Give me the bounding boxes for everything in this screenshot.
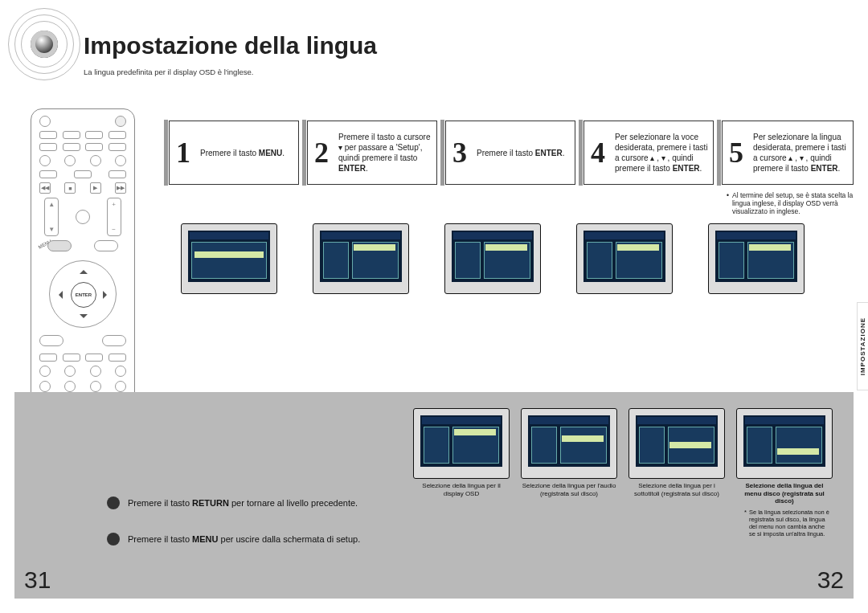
step-number: 1: [176, 136, 190, 170]
caption: Selezione della lingua del menu disco (r…: [736, 482, 833, 505]
remote-dpad: ENTER: [49, 260, 117, 328]
step-text: Per selezionare la lingua desiderata, pr…: [753, 132, 848, 174]
page-title: Impostazione della lingua: [84, 32, 377, 59]
screenshot-discmenu-lang: [736, 408, 833, 479]
remote-enter-button: ENTER: [71, 282, 96, 308]
steps-row: 1 Premere il tasto MENU. 2 Premere il ta…: [169, 121, 854, 219]
section-tab: IMPOSTAZIONE: [857, 302, 868, 390]
caption: Selezione della lingua per il display OS…: [413, 482, 510, 497]
note-menu: Premere il tasto MENU per uscire dalla s…: [107, 533, 360, 546]
step-text: Premere il tasto MENU.: [200, 148, 285, 158]
step-screenshots-row: [181, 223, 805, 294]
caption: Selezione della lingua per l'audio (regi…: [521, 482, 617, 497]
screenshot-audio-lang: [521, 408, 617, 479]
page-number-right: 32: [817, 566, 844, 594]
step-number: 5: [729, 136, 743, 170]
screenshot-step-4: [576, 223, 673, 294]
step-number: 4: [591, 136, 605, 170]
bottom-area: Premere il tasto RETURN per tornare al l…: [14, 392, 854, 599]
step-number: 2: [314, 136, 329, 170]
step-2: 2 Premere il tasto a cursore ▾ per passa…: [307, 121, 437, 185]
manual-spread: Impostazione della lingua La lingua pred…: [0, 0, 868, 613]
step-3: 3 Premere il tasto ENTER.: [445, 121, 575, 185]
language-option-screenshots: Selezione della lingua per il display OS…: [413, 408, 833, 537]
bullet-icon: [107, 533, 120, 546]
screenshot-step-2: [313, 223, 409, 294]
screenshot-osd-lang: [413, 408, 510, 479]
note-return: Premere il tasto RETURN per tornare al l…: [107, 497, 358, 509]
step-5-note: Al termine del setup, se è stata scelta …: [722, 188, 854, 219]
step-text: Per selezionare la voce desiderata, prem…: [615, 132, 708, 174]
speaker-decoration: [8, 8, 80, 80]
step-number: 3: [452, 136, 467, 170]
step-text: Premere il tasto ENTER.: [477, 148, 565, 158]
step-1: 1 Premere il tasto MENU.: [169, 121, 299, 185]
step-4: 4 Per selezionare la voce desiderata, pr…: [583, 121, 714, 185]
caption: Selezione della lingua per i sottotitoli…: [628, 482, 725, 497]
page-subtitle: La lingua predefinita per il display OSD…: [84, 67, 253, 76]
page-number-left: 31: [24, 566, 51, 594]
step-text: Premere il tasto a cursore ▾ per passare…: [338, 132, 432, 174]
bullet-icon: [107, 497, 120, 509]
screenshot-subtitle-lang: [628, 408, 725, 479]
screenshot-step-3: [444, 223, 541, 294]
screenshot-step-5: [708, 223, 805, 294]
screenshot-step-1: [181, 223, 277, 294]
step-5: 5 Per selezionare la lingua desiderata, …: [722, 121, 854, 185]
footnote: Se la lingua selezionata non è registrat…: [736, 509, 833, 537]
